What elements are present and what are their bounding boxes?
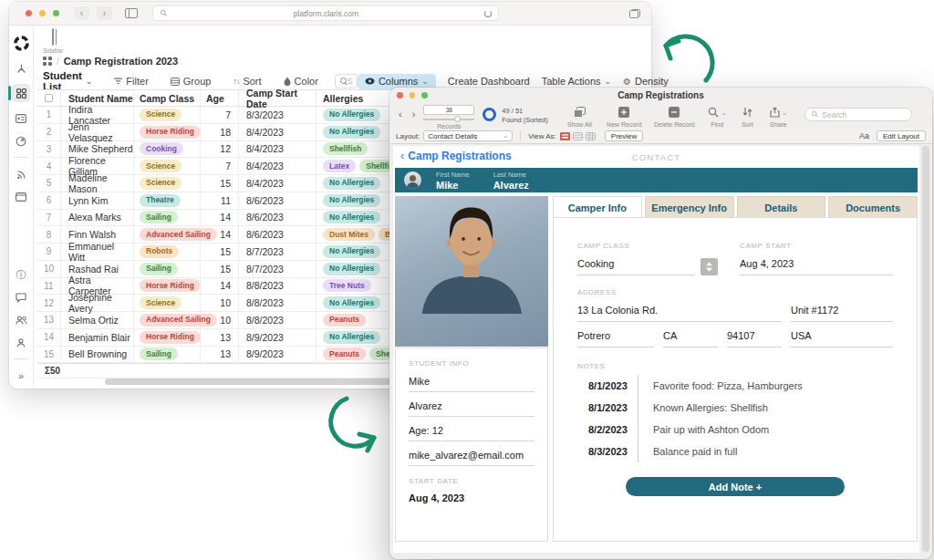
row-number-cell[interactable]: 4 (37, 158, 61, 174)
street-field[interactable]: 13 La Colonia Rd. (577, 296, 782, 322)
record-slider[interactable] (423, 119, 474, 120)
value-list-stepper[interactable] (700, 258, 718, 275)
first-name-value[interactable]: Mike (436, 180, 470, 191)
age-cell[interactable]: 10 (201, 295, 239, 311)
start-date-cell[interactable]: 8/8/2023 (239, 312, 317, 328)
col-age[interactable]: Age (201, 90, 239, 106)
row-number-cell[interactable]: 9 (37, 244, 61, 260)
zip-field[interactable]: 94107 (727, 322, 782, 347)
columns-button[interactable]: Columns ⌄ (358, 74, 436, 89)
edit-layout-button[interactable]: Edit Layout (877, 130, 926, 141)
age-cell[interactable]: 14 (201, 226, 239, 243)
student-name-cell[interactable]: Josephine Avery (61, 295, 134, 311)
city-field[interactable]: Potrero (577, 322, 654, 347)
tab-camper-info[interactable]: Camper Info (553, 196, 642, 218)
note-text[interactable]: Known Allergies: Shellfish (638, 402, 768, 413)
tab-documents[interactable]: Documents (828, 196, 918, 218)
start-date-cell[interactable]: 8/9/2023 (239, 347, 317, 363)
previous-record-button[interactable]: ‹ (399, 109, 402, 119)
select-all-cell[interactable] (37, 90, 61, 106)
age-cell[interactable]: 7 (201, 158, 239, 174)
age-cell[interactable]: 12 (201, 141, 239, 158)
list-view-icon[interactable] (573, 132, 583, 140)
student-name-cell[interactable]: Alexa Marks (61, 210, 134, 226)
find-button[interactable]: ⌄ Find (700, 107, 733, 128)
state-field[interactable]: CA (663, 322, 718, 347)
found-set-pie-icon[interactable] (483, 108, 496, 121)
start-date-cell[interactable]: 8/4/2023 (239, 141, 317, 158)
last-name-field[interactable]: Alvarez (409, 392, 534, 417)
student-name-cell[interactable]: Jenn Velasquez (61, 124, 134, 140)
col-camp-class[interactable]: Camp Class (134, 90, 201, 106)
camp-class-cell[interactable]: Science (134, 158, 201, 174)
table-search[interactable] (335, 74, 358, 88)
age-cell[interactable]: 14 (201, 210, 239, 226)
tab-overview-icon[interactable] (629, 9, 640, 18)
start-date-cell[interactable]: 8/9/2023 (239, 329, 317, 346)
start-date-cell[interactable]: 8/6/2023 (239, 210, 317, 226)
grid-icon[interactable] (43, 57, 52, 66)
camp-class-cell[interactable]: Horse Riding (134, 278, 201, 295)
row-number-cell[interactable]: 15 (37, 347, 61, 363)
rail-info-icon[interactable]: ⓘ (16, 268, 26, 281)
delete-record-button[interactable]: Delete Record (648, 107, 700, 128)
student-name-cell[interactable]: Bell Browning (61, 347, 134, 363)
row-number-cell[interactable]: 10 (37, 261, 61, 277)
new-record-button[interactable]: New Record (600, 107, 648, 128)
camp-class-cell[interactable]: Horse Riding (134, 329, 201, 346)
start-date-cell[interactable]: 8/4/2023 (239, 175, 317, 192)
sidebar-toggle[interactable]: Sidebar (43, 29, 63, 54)
row-number-cell[interactable]: 1 (37, 107, 61, 123)
camp-start-field[interactable]: Aug 4, 2023 (740, 250, 893, 275)
student-name-cell[interactable]: Emmanuel Witt (61, 244, 134, 260)
camp-class-cell[interactable]: Science (134, 175, 201, 192)
form-view-icon[interactable] (560, 132, 570, 140)
back-button[interactable]: ‹ (74, 6, 89, 20)
camp-class-cell[interactable]: Cooking (134, 141, 201, 158)
age-cell[interactable]: 14 (201, 278, 239, 295)
age-cell[interactable]: 13 (201, 329, 239, 346)
row-number-cell[interactable]: 11 (37, 278, 61, 295)
rail-flows-icon[interactable] (16, 62, 26, 75)
student-name-cell[interactable]: Madeline Mason (61, 175, 134, 192)
layout-selector[interactable]: Contact Details ⌄ (423, 130, 513, 141)
start-date-cell[interactable]: 8/4/2023 (239, 158, 317, 174)
forward-button[interactable]: › (97, 6, 112, 20)
student-name-cell[interactable]: Lynn Kim (61, 192, 134, 209)
rail-users-icon[interactable] (16, 314, 27, 327)
start-date-cell[interactable]: 8/8/2023 (239, 278, 317, 295)
share-button[interactable]: ⌄ Share (761, 107, 795, 128)
start-date-cell[interactable]: 8/7/2023 (239, 261, 317, 277)
tab-details[interactable]: Details (737, 196, 826, 218)
email-field[interactable]: mike_alvarez@email.com (409, 441, 534, 466)
age-cell[interactable]: 10 (201, 312, 239, 328)
row-number-cell[interactable]: 8 (37, 226, 61, 243)
quick-find-input[interactable] (822, 110, 906, 119)
note-text[interactable]: Favorite food: Pizza, Hamburgers (638, 380, 803, 391)
camp-class-cell[interactable]: Horse Riding (134, 124, 201, 140)
row-number-cell[interactable]: 6 (37, 192, 61, 209)
text-formatting-icon[interactable]: Aa (859, 131, 869, 140)
start-date-cell[interactable]: 8/6/2023 (239, 192, 317, 209)
row-number-cell[interactable]: 3 (37, 141, 61, 158)
note-date[interactable]: 8/2/2023 (577, 424, 630, 435)
color-button[interactable]: Color (284, 76, 318, 87)
camp-class-cell[interactable]: Robots (134, 244, 201, 260)
rail-chat-icon[interactable] (16, 291, 26, 304)
student-name-cell[interactable]: Benjamin Blair (61, 329, 134, 346)
first-name-field[interactable]: Mike (409, 368, 534, 392)
next-record-button[interactable]: › (412, 109, 416, 119)
unit-field[interactable]: Unit #1172 (791, 296, 893, 322)
age-field[interactable]: Age: 12 (409, 417, 534, 441)
camp-class-cell[interactable]: Theatre (134, 192, 201, 209)
sort-button[interactable]: ↑↓ Sort (233, 76, 261, 87)
record-number-field[interactable]: 38 (423, 105, 474, 115)
note-date[interactable]: 8/1/2023 (577, 380, 630, 391)
student-name-cell[interactable]: Selma Ortiz (61, 312, 134, 328)
address-bar[interactable]: platform.claris.com (152, 5, 499, 21)
camp-class-cell[interactable]: Sailing (134, 210, 201, 226)
note-text[interactable]: Pair up with Ashton Odom (638, 424, 769, 435)
note-text[interactable]: Balance paid in full (638, 446, 737, 457)
start-date-cell[interactable]: 8/8/2023 (239, 295, 317, 311)
row-number-cell[interactable]: 7 (37, 210, 61, 226)
